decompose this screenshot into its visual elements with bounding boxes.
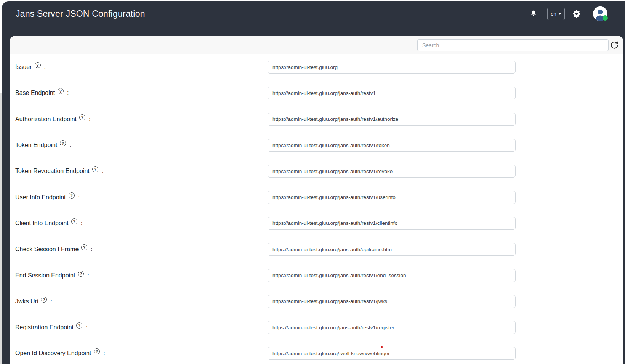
- label-colon: :: [81, 220, 82, 227]
- search-input[interactable]: [417, 39, 609, 51]
- field-label: End Session Endpoint ? :: [10, 272, 89, 279]
- config-field-row: Client Info Endpoint ? :: [10, 210, 623, 236]
- settings-button[interactable]: [572, 10, 581, 18]
- help-icon[interactable]: ?: [60, 140, 66, 146]
- help-icon[interactable]: ?: [92, 166, 98, 172]
- field-input[interactable]: [268, 321, 516, 334]
- config-field-row: End Session Endpoint ? :: [10, 262, 623, 288]
- label-colon: :: [78, 194, 80, 201]
- language-label: en: [551, 11, 556, 17]
- field-label: Issuer ? :: [10, 64, 46, 71]
- config-field-row: User Info Endpoint ? :: [10, 184, 623, 210]
- app-header: Jans Server JSON Configuration en: [2, 1, 625, 26]
- field-label-text: Registration Endpoint: [15, 324, 74, 331]
- label-colon: :: [89, 116, 90, 123]
- field-label-text: Open Id Discovery Endpoint: [15, 350, 91, 357]
- field-input[interactable]: [268, 139, 516, 152]
- label-colon: :: [102, 168, 103, 175]
- help-icon[interactable]: ?: [76, 322, 82, 329]
- page-title: Jans Server JSON Configuration: [16, 9, 145, 19]
- field-label-text: User Info Endpoint: [15, 194, 66, 201]
- field-input[interactable]: [268, 295, 516, 308]
- field-input[interactable]: [268, 217, 516, 230]
- window-edge-strip: [0, 93, 2, 364]
- label-colon: :: [50, 298, 52, 305]
- user-menu-button[interactable]: [593, 6, 607, 21]
- red-marker-dot: [381, 346, 383, 348]
- notification-bell-button[interactable]: [530, 10, 537, 18]
- refresh-icon: [610, 41, 619, 50]
- field-label-text: Base Endpoint: [15, 90, 55, 96]
- field-label: Jwks Uri ? :: [10, 298, 52, 305]
- field-label-text: Authorization Endpoint: [15, 116, 77, 123]
- label-colon: :: [86, 324, 87, 331]
- field-input[interactable]: [268, 191, 516, 204]
- label-colon: :: [103, 350, 105, 357]
- language-selector[interactable]: en: [547, 8, 565, 20]
- config-field-row: Check Session I Frame ? :: [10, 236, 623, 262]
- field-label-text: Issuer: [15, 64, 32, 71]
- config-field-row: Token Revocation Endpoint ? :: [10, 158, 623, 184]
- config-field-row: Jwks Uri ? :: [10, 289, 623, 314]
- field-label: Base Endpoint ? :: [10, 90, 69, 96]
- refresh-button[interactable]: [610, 41, 619, 50]
- field-label-text: Jwks Uri: [15, 298, 38, 305]
- help-icon[interactable]: ?: [69, 192, 75, 199]
- field-label: Check Session I Frame ? :: [10, 246, 93, 253]
- help-icon[interactable]: ?: [79, 114, 85, 120]
- config-field-row: Authorization Endpoint ? :: [10, 106, 623, 132]
- label-colon: :: [67, 90, 69, 96]
- online-status-dot: [603, 15, 608, 21]
- field-label: Token Endpoint ? :: [10, 142, 71, 149]
- config-field-row: Registration Endpoint ? :: [10, 314, 623, 340]
- header-controls: en: [530, 6, 607, 21]
- field-label: Open Id Discovery Endpoint ? :: [10, 350, 105, 357]
- field-input[interactable]: [268, 269, 516, 282]
- help-icon[interactable]: ?: [94, 348, 100, 354]
- config-field-row: Base Endpoint ? :: [10, 80, 623, 106]
- bell-icon: [530, 10, 537, 18]
- field-label-text: Check Session I Frame: [15, 246, 79, 253]
- help-icon[interactable]: ?: [81, 244, 87, 250]
- gear-icon: [572, 10, 581, 18]
- field-label-text: Token Endpoint: [15, 142, 57, 149]
- help-icon[interactable]: ?: [71, 218, 77, 224]
- field-label-text: End Session Endpoint: [15, 272, 75, 279]
- config-field-row: Open Id Discovery Endpoint ? :: [10, 340, 623, 364]
- label-colon: :: [91, 246, 92, 253]
- help-icon[interactable]: ?: [78, 271, 84, 277]
- field-input[interactable]: [268, 113, 516, 126]
- content-panel: Issuer ? : Base Endpoint ? : Authorizati…: [10, 36, 623, 364]
- app-shell: Jans Server JSON Configuration en: [2, 1, 625, 364]
- caret-down-icon: [558, 13, 561, 15]
- field-label: Authorization Endpoint ? :: [10, 116, 90, 123]
- field-label-text: Client Info Endpoint: [15, 220, 69, 227]
- field-input[interactable]: [268, 165, 516, 178]
- config-field-row: Token Endpoint ? :: [10, 132, 623, 158]
- help-icon[interactable]: ?: [58, 88, 64, 94]
- config-field-row: Issuer ? :: [10, 54, 623, 80]
- help-icon[interactable]: ?: [35, 62, 41, 68]
- field-label: User Info Endpoint ? :: [10, 194, 80, 201]
- field-input[interactable]: [268, 87, 516, 99]
- label-colon: :: [69, 142, 71, 149]
- label-colon: :: [87, 272, 89, 279]
- label-colon: :: [44, 64, 46, 71]
- field-input[interactable]: [268, 243, 516, 256]
- field-label-text: Token Revocation Endpoint: [15, 168, 90, 175]
- field-input[interactable]: [268, 61, 516, 74]
- field-input[interactable]: [268, 347, 516, 360]
- field-label: Registration Endpoint ? :: [10, 324, 87, 331]
- field-label: Client Info Endpoint ? :: [10, 220, 82, 227]
- field-label: Token Revocation Endpoint ? :: [10, 168, 103, 175]
- panel-toolbar: [10, 36, 623, 54]
- json-config-form: Issuer ? : Base Endpoint ? : Authorizati…: [10, 54, 623, 364]
- help-icon[interactable]: ?: [41, 297, 47, 303]
